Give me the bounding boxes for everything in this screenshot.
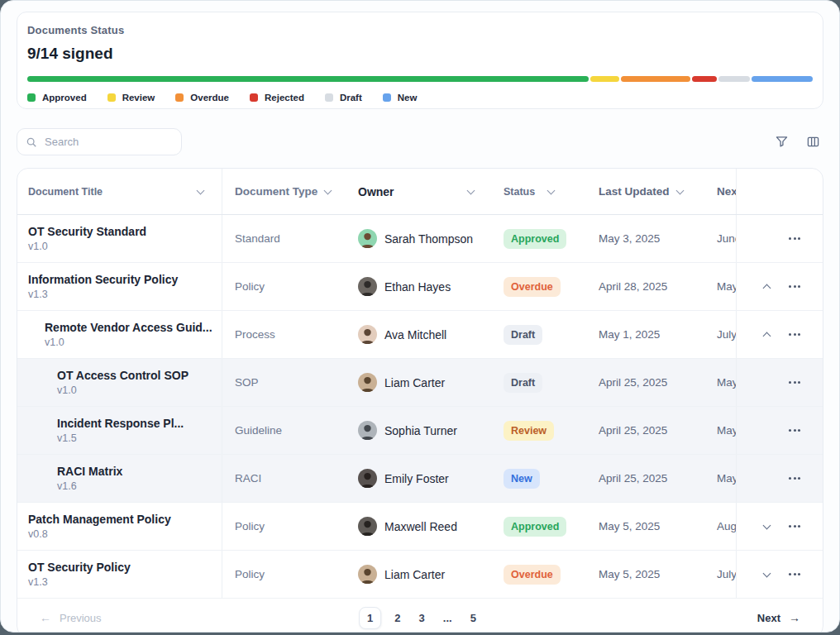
document-title: OT Security Policy: [28, 561, 222, 574]
table-row[interactable]: OT Access Control SOP v1.0 SOP Liam Cart…: [17, 358, 823, 406]
next-page-button[interactable]: Next →: [757, 612, 800, 624]
cell-document-type: Policy: [222, 520, 358, 532]
header-label: Status: [504, 186, 535, 198]
legend-swatch: [107, 93, 116, 102]
status-badge: Draft: [504, 373, 542, 393]
table-row[interactable]: OT Security Policy v1.3 Policy Liam Cart…: [17, 550, 823, 598]
cell-status: New: [504, 469, 599, 489]
cell-document-type: Guideline: [222, 424, 358, 437]
cell-owner: Ethan Hayes: [358, 277, 504, 296]
avatar: [358, 373, 377, 392]
legend-swatch: [325, 93, 333, 102]
document-version: v1.0: [28, 241, 222, 252]
table-toolbar: [17, 128, 823, 155]
legend-swatch: [27, 93, 36, 102]
expander-chevron-icon[interactable]: [761, 281, 772, 293]
header-next[interactable]: Next: [717, 185, 736, 198]
cell-document-title: RACI Matrix v1.6: [17, 455, 222, 502]
page-button[interactable]: 3: [414, 609, 430, 628]
cell-last-updated: May 5, 2025: [599, 520, 717, 532]
table-row[interactable]: RACI Matrix v1.6 RACI Emily Foster New A…: [17, 454, 823, 502]
sort-chevron-icon: [675, 186, 684, 194]
sort-chevron-icon: [547, 186, 556, 194]
page-button-active[interactable]: 1: [359, 607, 381, 629]
legend-label: Review: [122, 93, 155, 103]
cell-status: Draft: [504, 325, 599, 345]
status-badge: Approved: [504, 517, 566, 537]
avatar: [358, 517, 377, 536]
cell-document-type: Policy: [222, 280, 358, 293]
row-menu-button[interactable]: [789, 237, 800, 240]
owner-name: Liam Carter: [384, 376, 445, 389]
header-owner[interactable]: Owner: [358, 185, 504, 198]
table-row[interactable]: Remote Vendor Access Guid... v1.0 Proces…: [17, 310, 823, 358]
cell-actions: [736, 311, 823, 358]
cell-next-review: July: [717, 568, 736, 580]
cell-owner: Emily Foster: [358, 469, 504, 488]
row-menu-button[interactable]: [789, 477, 800, 480]
document-title: RACI Matrix: [57, 465, 222, 478]
columns-icon[interactable]: [807, 136, 819, 148]
avatar: [358, 277, 377, 296]
progress-segment-rejected: [692, 76, 717, 82]
cell-next-review: May: [717, 472, 736, 485]
signed-count-headline: 9/14 signed: [27, 45, 813, 63]
header-last-updated[interactable]: Last Updated: [599, 185, 717, 198]
cell-document-type: Process: [222, 328, 358, 341]
header-status[interactable]: Status: [504, 186, 599, 198]
document-title: Remote Vendor Access Guid...: [45, 321, 222, 334]
page-button[interactable]: 5: [465, 609, 481, 628]
legend-label: Draft: [340, 93, 362, 103]
filter-icon[interactable]: [776, 136, 788, 148]
owner-name: Liam Carter: [384, 568, 445, 581]
sort-chevron-icon: [324, 186, 332, 194]
row-menu-button[interactable]: [789, 333, 800, 336]
row-menu-button[interactable]: [789, 285, 800, 288]
cell-next-review: Augu: [717, 520, 736, 532]
header-document-type[interactable]: Document Type: [222, 185, 358, 198]
table-row[interactable]: OT Security Standard v1.0 Standard Sarah…: [17, 215, 823, 262]
legend-item-approved: Approved: [27, 93, 87, 103]
progress-segment-approved: [27, 76, 589, 82]
app-window: Documents Status 9/14 signed ApprovedRev…: [0, 0, 840, 633]
cell-actions: [736, 263, 823, 310]
header-document-title[interactable]: Document Title: [17, 169, 222, 214]
document-title: Information Security Policy: [28, 273, 222, 286]
row-menu-button[interactable]: [789, 573, 800, 575]
legend-item-draft: Draft: [325, 93, 362, 103]
table-row[interactable]: Incident Response Pl... v1.5 Guideline S…: [17, 406, 823, 454]
search-input[interactable]: [17, 128, 182, 155]
cell-last-updated: April 28, 2025: [599, 280, 717, 293]
expander-chevron-icon[interactable]: [761, 329, 772, 341]
header-actions: [736, 169, 823, 214]
legend-label: Approved: [42, 93, 87, 103]
row-menu-button[interactable]: [789, 381, 800, 384]
status-legend: ApprovedReviewOverdueRejectedDraftNew: [27, 93, 813, 103]
owner-name: Sophia Turner: [384, 424, 457, 437]
table-body: OT Security Standard v1.0 Standard Sarah…: [17, 215, 823, 598]
arrow-left-icon: ←: [40, 612, 51, 623]
cell-status: Approved: [504, 229, 599, 249]
legend-label: New: [398, 93, 418, 103]
status-badge: Approved: [504, 229, 566, 249]
cell-actions: [736, 215, 823, 262]
cell-last-updated: May 1, 2025: [599, 328, 717, 341]
table-row[interactable]: Information Security Policy v1.3 Policy …: [17, 262, 823, 310]
expander-chevron-icon[interactable]: [761, 521, 772, 532]
page-button[interactable]: ...: [438, 609, 457, 628]
cell-document-title: OT Access Control SOP v1.0: [17, 359, 222, 406]
previous-label: Previous: [60, 612, 102, 624]
page-button[interactable]: 2: [389, 609, 405, 628]
cell-actions: [736, 503, 823, 550]
cell-status: Review: [504, 421, 599, 441]
previous-page-button[interactable]: ← Previous: [40, 612, 102, 624]
expander-chevron-icon[interactable]: [761, 569, 772, 580]
row-menu-button[interactable]: [789, 429, 800, 432]
row-menu-button[interactable]: [789, 525, 800, 528]
legend-item-overdue: Overdue: [175, 93, 229, 103]
table-row[interactable]: Patch Management Policy v0.8 Policy Maxw…: [17, 502, 823, 550]
progress-segment-overdue: [621, 76, 690, 82]
document-version: v1.6: [57, 480, 222, 492]
search-field[interactable]: [43, 135, 172, 149]
progress-segment-draft: [718, 76, 750, 82]
